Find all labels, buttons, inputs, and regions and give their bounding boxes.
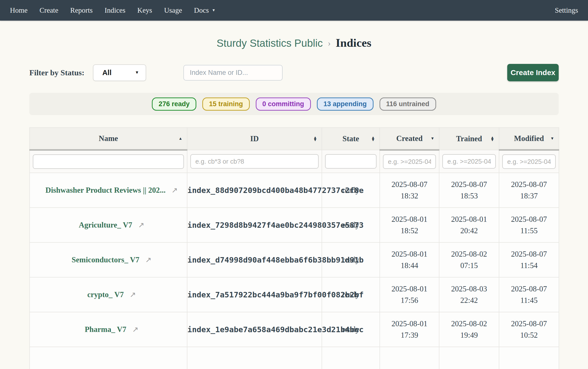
- badge-committing[interactable]: 0 committing: [256, 97, 311, 111]
- page-title: Indices: [336, 36, 372, 49]
- search-input[interactable]: [183, 65, 283, 81]
- index-name-link[interactable]: Semiconductors_ V7: [72, 255, 139, 264]
- column-label: ID: [250, 134, 259, 143]
- table-header-row: Name ▲ ID ▲▼ State ▲▼: [30, 128, 559, 150]
- filter-bar: Filter by Status: All ▼ Create Index: [29, 64, 559, 81]
- column-label: State: [342, 134, 359, 143]
- nav-item-home[interactable]: Home: [10, 6, 28, 14]
- status-filter-label: Filter by Status:: [29, 68, 84, 77]
- trained-cell: 2025-08-02 19:49: [439, 312, 499, 347]
- index-name-link[interactable]: Dishwasher Product Reviews || 202...: [45, 186, 166, 194]
- badge-untrained[interactable]: 116 untrained: [379, 97, 436, 111]
- modified-cell: 2025-08-07 11:54: [499, 242, 559, 277]
- trained-cell: 2025-08-03 22:42: [439, 277, 499, 312]
- index-name-link[interactable]: crypto_ V7: [87, 290, 124, 299]
- trained-filter-input[interactable]: [442, 154, 496, 169]
- created-cell: 2025-08-01 17:56: [380, 277, 439, 312]
- column-label: Modified: [514, 134, 544, 143]
- column-header-created[interactable]: Created ▼: [380, 128, 439, 150]
- sort-both-icon: ▲▼: [371, 136, 375, 141]
- modified-filter-input[interactable]: [502, 154, 556, 169]
- nav-item-keys[interactable]: Keys: [137, 6, 152, 14]
- status-filter-value: All: [102, 69, 135, 77]
- column-header-trained[interactable]: Trained ▲▼: [439, 128, 499, 150]
- status-filter-select[interactable]: All ▼: [93, 64, 146, 81]
- modified-cell: 2025-08-07 10:52: [499, 312, 559, 347]
- external-link-icon: ↗: [171, 186, 178, 194]
- created-cell: 2025-08-01 18:44: [380, 242, 439, 277]
- chevron-down-icon: ▼: [135, 70, 139, 75]
- external-link-icon: ↗: [130, 290, 136, 299]
- table-row: crypto_ V7 ↗ index_7a517922bc444a9ba9f7b…: [30, 277, 559, 312]
- index-id-cell: index_7298d8b9427f4ae0bc244980357e5873: [187, 208, 322, 242]
- table-row: Semiconductors_ V7 ↗ index_d74998d90af44…: [30, 242, 559, 277]
- nav-item-reports[interactable]: Reports: [70, 6, 93, 14]
- column-label: Trained: [456, 134, 482, 143]
- table-row-partial: [30, 347, 559, 369]
- page: Home Create Reports Indices Keys Usage D…: [0, 0, 588, 369]
- table-row: Dishwasher Product Reviews || 202... ↗ i…: [30, 173, 559, 208]
- nav-item-usage[interactable]: Usage: [164, 6, 182, 14]
- column-header-state[interactable]: State ▲▼: [322, 128, 380, 150]
- breadcrumb-separator-icon: ›: [328, 38, 331, 48]
- index-id-cell: index_d74998d90af448ebba6f6b38bb91d91b: [187, 242, 322, 277]
- column-filter-row: [30, 150, 559, 173]
- column-header-name[interactable]: Name ▲: [30, 128, 187, 150]
- trained-cell: 2025-08-07 18:53: [439, 173, 499, 208]
- top-nav: Home Create Reports Indices Keys Usage D…: [0, 0, 588, 21]
- index-name-link[interactable]: Agriculture_ V7: [79, 221, 132, 229]
- external-link-icon: ↗: [132, 325, 138, 334]
- index-id-cell: index_1e9abe7a658a469dbabc21e3d21b4bec: [187, 312, 322, 347]
- created-cell: 2025-08-01 17:39: [380, 312, 439, 347]
- indices-table: Name ▲ ID ▲▼ State ▲▼: [29, 127, 559, 369]
- external-link-icon: ↗: [138, 221, 144, 229]
- status-badge-bar: 276 ready 15 training 0 committing 13 ap…: [29, 93, 559, 115]
- column-header-modified[interactable]: Modified ▼: [499, 128, 559, 150]
- column-label: Name: [99, 134, 118, 143]
- state-filter-input[interactable]: [325, 154, 377, 169]
- created-filter-input[interactable]: [383, 154, 436, 169]
- docs-label: Docs: [194, 6, 209, 14]
- breadcrumb: Sturdy Statistics Public › Indices: [29, 36, 559, 49]
- external-link-icon: ↗: [145, 255, 152, 264]
- sort-both-icon: ▲▼: [313, 136, 317, 141]
- index-id-cell: index_7a517922bc444a9ba9f7bf00f082b2bf: [187, 277, 322, 312]
- create-index-button[interactable]: Create Index: [507, 64, 559, 81]
- sort-both-icon: ▲▼: [490, 136, 494, 141]
- nav-item-create[interactable]: Create: [40, 6, 58, 14]
- nav-item-docs[interactable]: Docs ▼: [194, 6, 215, 14]
- badge-ready[interactable]: 276 ready: [152, 97, 196, 111]
- trained-cell: 2025-08-01 20:42: [439, 208, 499, 242]
- table-row: Agriculture_ V7 ↗ index_7298d8b9427f4ae0…: [30, 208, 559, 242]
- column-header-id[interactable]: ID ▲▼: [187, 128, 322, 150]
- created-cell: 2025-08-07 18:32: [380, 173, 439, 208]
- name-filter-input[interactable]: [33, 154, 184, 169]
- id-filter-input[interactable]: [190, 154, 319, 169]
- index-name-link[interactable]: Pharma_ V7: [85, 325, 126, 334]
- column-label: Created: [396, 134, 422, 143]
- index-id-cell: index_88d907209bcd400ba48b4772737c2f8e: [187, 173, 322, 208]
- created-cell: 2025-08-01 18:52: [380, 208, 439, 242]
- nav-item-indices[interactable]: Indices: [105, 6, 126, 14]
- sort-desc-icon: ▼: [550, 137, 554, 140]
- badge-appending[interactable]: 13 appending: [317, 97, 374, 111]
- trained-cell: 2025-08-02 07:15: [439, 242, 499, 277]
- modified-cell: 2025-08-07 18:37: [499, 173, 559, 208]
- chevron-down-icon: ▼: [212, 8, 215, 12]
- badge-training[interactable]: 15 training: [202, 97, 250, 111]
- sort-desc-icon: ▼: [430, 137, 434, 140]
- modified-cell: 2025-08-07 11:45: [499, 277, 559, 312]
- sort-asc-icon: ▲: [178, 137, 182, 140]
- breadcrumb-parent-link[interactable]: Sturdy Statistics Public: [217, 37, 323, 49]
- table-row: Pharma_ V7 ↗ index_1e9abe7a658a469dbabc2…: [30, 312, 559, 347]
- nav-item-settings[interactable]: Settings: [555, 6, 578, 14]
- modified-cell: 2025-08-07 11:55: [499, 208, 559, 242]
